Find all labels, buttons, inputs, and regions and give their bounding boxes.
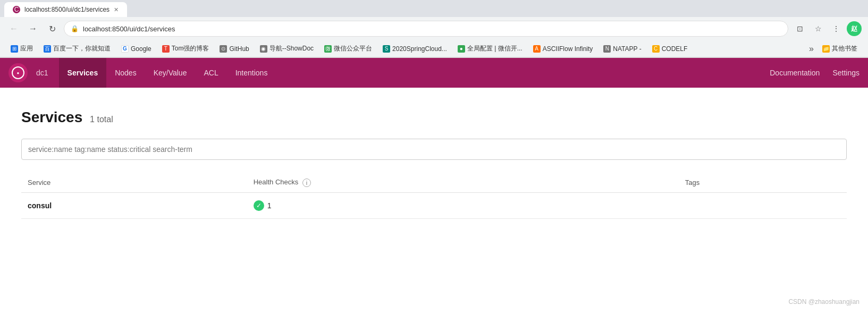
tab-favicon: C <box>13 6 20 13</box>
nav-item-keyvalue[interactable]: Key/Value <box>145 58 196 88</box>
active-tab[interactable]: C localhost:8500/ui/dc1/services ✕ <box>4 2 127 17</box>
toolbar-right: ⊡ ☆ ⋮ 赵 <box>793 21 862 36</box>
bookmark-google-label: Google <box>131 45 151 53</box>
bookmarks-bar: ⊞ 应用 百 百度一下，你就知道 G Google T Tom强的博客 ⊙ Gi… <box>0 40 868 57</box>
table-row[interactable]: consul ✓ 1 <box>21 192 847 218</box>
bookmark-icon[interactable]: ☆ <box>811 21 825 36</box>
service-name-cell: consul <box>21 192 247 218</box>
bookmark-github[interactable]: ⊙ GitHub <box>215 44 253 54</box>
bookmark-tom[interactable]: T Tom强的博客 <box>158 43 214 55</box>
showdoc-icon: ◉ <box>260 45 267 53</box>
bookmark-wechat[interactable]: 微 微信公众平台 <box>320 43 376 55</box>
settings-link[interactable]: Settings <box>832 69 859 77</box>
back-button[interactable]: ← <box>6 21 21 36</box>
nav-item-nodes[interactable]: Nodes <box>106 58 145 88</box>
search-input[interactable] <box>21 139 847 160</box>
apps-icon: ⊞ <box>11 45 18 53</box>
bookmark-quanju-label: 全局配置 | 微信开... <box>467 44 523 53</box>
health-checks-info-icon[interactable]: i <box>302 179 311 187</box>
bookmark-wechat-label: 微信公众平台 <box>334 44 372 53</box>
bookmark-codelf-label: CODELF <box>662 45 688 53</box>
bookmark-others[interactable]: 📁 其他书签 <box>818 43 862 55</box>
column-health-checks: Health Checks i <box>247 173 679 192</box>
services-table: Service Health Checks i Tags consul ✓ <box>21 173 847 219</box>
bookmark-springcloud-label: 2020SpringCloud... <box>392 45 447 53</box>
browser-chrome: C localhost:8500/ui/dc1/services ✕ ← → ↻… <box>0 0 868 58</box>
folder-icon: 📁 <box>822 45 830 53</box>
tom-icon: T <box>162 45 170 53</box>
bookmark-google[interactable]: G Google <box>117 44 156 54</box>
column-service: Service <box>21 173 247 192</box>
bookmark-tom-label: Tom强的博客 <box>172 44 209 53</box>
service-name: consul <box>28 201 52 210</box>
bookmark-baidu-label: 百度一下，你就知道 <box>53 44 111 53</box>
bookmark-springcloud[interactable]: S 2020SpringCloud... <box>378 44 451 54</box>
main-content: Services 1 total Service Health Checks i… <box>0 88 868 230</box>
codelf-icon: C <box>652 45 660 53</box>
consul-logo[interactable] <box>9 63 28 82</box>
bookmark-quanju[interactable]: ● 全局配置 | 微信开... <box>453 43 527 55</box>
bookmark-codelf[interactable]: C CODELF <box>648 44 692 54</box>
consul-logo-inner <box>12 66 24 79</box>
bookmark-apps-label: 应用 <box>20 44 33 53</box>
column-tags: Tags <box>679 173 847 192</box>
reload-button[interactable]: ↻ <box>45 21 60 36</box>
baidu-icon: 百 <box>44 45 51 53</box>
health-passing-count: 1 <box>267 201 272 210</box>
natapp-icon: N <box>603 45 611 53</box>
bookmark-apps[interactable]: ⊞ 应用 <box>6 43 37 55</box>
browser-tabs: C localhost:8500/ui/dc1/services ✕ <box>0 0 868 17</box>
url-text: localhost:8500/ui/dc1/services <box>83 25 175 33</box>
bookmark-github-label: GitHub <box>229 45 249 53</box>
nav-items: Services Nodes Key/Value ACL Intentions <box>59 58 276 88</box>
health-checks-cell: ✓ 1 <box>247 192 679 218</box>
bookmark-baidu[interactable]: 百 百度一下，你就知道 <box>39 43 115 55</box>
documentation-link[interactable]: Documentation <box>770 69 820 77</box>
bookmark-natapp[interactable]: N NATAPP - <box>599 44 645 54</box>
bookmark-natapp-label: NATAPP - <box>613 45 641 53</box>
springcloud-icon: S <box>383 45 390 53</box>
tab-close-btn[interactable]: ✕ <box>114 6 119 13</box>
quanju-icon: ● <box>458 45 465 53</box>
nav-right: Documentation Settings <box>770 69 859 77</box>
bookmark-asciiflow[interactable]: A ASCIIFlow Infinity <box>529 44 597 54</box>
lock-icon: 🔒 <box>71 25 79 32</box>
table-header: Service Health Checks i Tags <box>21 173 847 192</box>
health-passing-icon: ✓ <box>254 200 264 211</box>
github-icon: ⊙ <box>220 45 227 53</box>
tags-cell <box>679 192 847 218</box>
nav-item-acl[interactable]: ACL <box>195 58 226 88</box>
address-bar[interactable]: 🔒 localhost:8500/ui/dc1/services <box>64 21 788 37</box>
forward-button[interactable]: → <box>26 21 40 36</box>
tab-title: localhost:8500/ui/dc1/services <box>24 6 109 13</box>
nav-item-services[interactable]: Services <box>59 58 107 88</box>
bookmark-showdoc-label: 导航--ShowDoc <box>269 44 314 53</box>
consul-nav: dc1 Services Nodes Key/Value ACL Intenti… <box>0 58 868 88</box>
table-body: consul ✓ 1 <box>21 192 847 218</box>
health-check-indicator: ✓ 1 <box>254 200 672 211</box>
browser-toolbar: ← → ↻ 🔒 localhost:8500/ui/dc1/services ⊡… <box>0 17 868 40</box>
nav-item-intentions[interactable]: Intentions <box>227 58 276 88</box>
more-options-icon[interactable]: ⋮ <box>829 21 844 36</box>
bookmark-asciiflow-label: ASCIIFlow Infinity <box>543 45 593 53</box>
wechat-icon: 微 <box>324 45 332 53</box>
google-icon: G <box>121 45 129 53</box>
asciiflow-icon: A <box>533 45 541 53</box>
extensions-icon[interactable]: ⊡ <box>793 21 807 36</box>
bookmark-showdoc[interactable]: ◉ 导航--ShowDoc <box>256 43 318 55</box>
page-title: Services <box>21 109 82 125</box>
bookmark-others-label: 其他书签 <box>832 44 857 53</box>
profile-button[interactable]: 赵 <box>847 21 862 36</box>
datacenter-label[interactable]: dc1 <box>36 69 48 77</box>
page-header: Services 1 total <box>21 109 847 126</box>
page-count: 1 total <box>90 115 113 124</box>
more-bookmarks-button[interactable]: » <box>807 44 816 54</box>
